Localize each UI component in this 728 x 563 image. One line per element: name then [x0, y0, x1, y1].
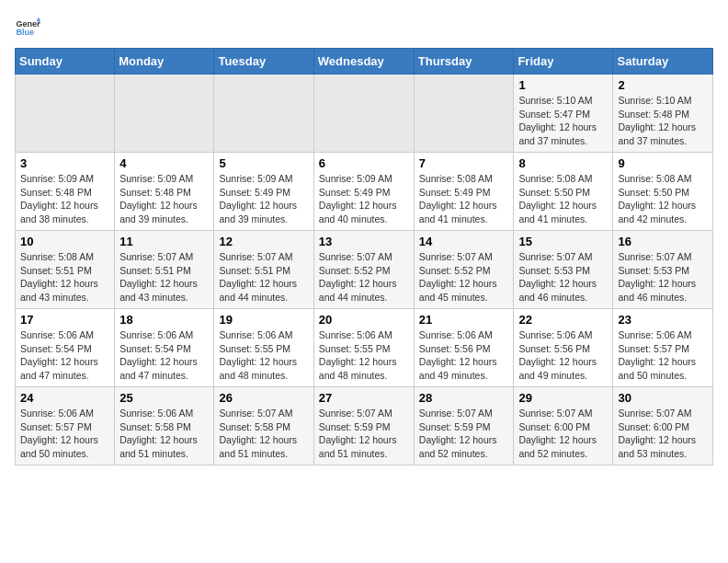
- calendar-cell: 25Sunrise: 5:06 AMSunset: 5:58 PMDayligh…: [115, 387, 214, 465]
- day-number: 24: [20, 391, 109, 405]
- day-info: Sunrise: 5:09 AMSunset: 5:48 PMDaylight:…: [119, 172, 209, 226]
- day-number: 11: [119, 235, 209, 248]
- calendar-cell: 3Sunrise: 5:09 AMSunset: 5:48 PMDaylight…: [16, 153, 115, 231]
- calendar-cell: 6Sunrise: 5:09 AMSunset: 5:49 PMDaylight…: [313, 153, 414, 231]
- calendar-cell: 27Sunrise: 5:07 AMSunset: 5:59 PMDayligh…: [313, 387, 414, 465]
- weekday-header: Sunday: [16, 49, 115, 75]
- calendar-cell: 15Sunrise: 5:07 AMSunset: 5:53 PMDayligh…: [514, 231, 613, 309]
- calendar-cell: 2Sunrise: 5:10 AMSunset: 5:48 PMDaylight…: [613, 75, 713, 153]
- page-header: General Blue: [15, 15, 713, 40]
- weekday-header: Monday: [115, 49, 214, 75]
- day-info: Sunrise: 5:06 AMSunset: 5:54 PMDaylight:…: [20, 328, 109, 383]
- weekday-header: Wednesday: [313, 49, 414, 75]
- day-number: 7: [419, 156, 509, 170]
- day-info: Sunrise: 5:08 AMSunset: 5:50 PMDaylight:…: [518, 172, 608, 226]
- day-info: Sunrise: 5:09 AMSunset: 5:49 PMDaylight:…: [219, 172, 308, 226]
- calendar-cell: 22Sunrise: 5:06 AMSunset: 5:56 PMDayligh…: [514, 309, 613, 387]
- logo: General Blue: [15, 15, 44, 40]
- day-number: 29: [518, 391, 608, 405]
- day-number: 25: [119, 391, 209, 405]
- calendar-week-row: 3Sunrise: 5:09 AMSunset: 5:48 PMDaylight…: [16, 153, 713, 231]
- calendar-cell: 1Sunrise: 5:10 AMSunset: 5:47 PMDaylight…: [514, 75, 613, 153]
- day-info: Sunrise: 5:07 AMSunset: 5:59 PMDaylight:…: [419, 407, 509, 461]
- calendar-cell: 12Sunrise: 5:07 AMSunset: 5:51 PMDayligh…: [214, 231, 313, 309]
- calendar-cell: 26Sunrise: 5:07 AMSunset: 5:58 PMDayligh…: [214, 387, 313, 465]
- day-number: 28: [419, 391, 509, 405]
- day-info: Sunrise: 5:06 AMSunset: 5:56 PMDaylight:…: [518, 328, 608, 383]
- logo-icon: General Blue: [15, 15, 40, 40]
- day-info: Sunrise: 5:08 AMSunset: 5:50 PMDaylight:…: [618, 172, 708, 226]
- calendar-cell: 4Sunrise: 5:09 AMSunset: 5:48 PMDaylight…: [115, 153, 214, 231]
- day-number: 15: [518, 235, 608, 248]
- day-info: Sunrise: 5:06 AMSunset: 5:54 PMDaylight:…: [119, 328, 209, 383]
- day-number: 30: [618, 391, 708, 405]
- calendar-week-row: 24Sunrise: 5:06 AMSunset: 5:57 PMDayligh…: [16, 387, 713, 465]
- day-info: Sunrise: 5:06 AMSunset: 5:55 PMDaylight:…: [319, 328, 409, 383]
- day-number: 20: [319, 313, 409, 327]
- calendar-cell: [313, 75, 414, 153]
- day-info: Sunrise: 5:07 AMSunset: 5:51 PMDaylight:…: [119, 250, 209, 304]
- day-number: 17: [20, 313, 109, 327]
- day-number: 18: [119, 313, 209, 327]
- day-number: 14: [419, 235, 509, 248]
- day-info: Sunrise: 5:07 AMSunset: 5:58 PMDaylight:…: [219, 407, 308, 461]
- day-info: Sunrise: 5:06 AMSunset: 5:58 PMDaylight:…: [119, 407, 209, 461]
- day-info: Sunrise: 5:07 AMSunset: 6:00 PMDaylight:…: [618, 407, 708, 461]
- day-info: Sunrise: 5:10 AMSunset: 5:47 PMDaylight:…: [518, 94, 608, 148]
- calendar-cell: 19Sunrise: 5:06 AMSunset: 5:55 PMDayligh…: [214, 309, 313, 387]
- day-number: 27: [319, 391, 409, 405]
- calendar-cell: 24Sunrise: 5:06 AMSunset: 5:57 PMDayligh…: [16, 387, 115, 465]
- calendar-week-row: 17Sunrise: 5:06 AMSunset: 5:54 PMDayligh…: [16, 309, 713, 387]
- day-info: Sunrise: 5:07 AMSunset: 5:52 PMDaylight:…: [419, 250, 509, 304]
- day-number: 6: [319, 156, 409, 170]
- svg-text:Blue: Blue: [16, 28, 34, 37]
- calendar-cell: 10Sunrise: 5:08 AMSunset: 5:51 PMDayligh…: [16, 231, 115, 309]
- calendar-cell: 16Sunrise: 5:07 AMSunset: 5:53 PMDayligh…: [613, 231, 713, 309]
- calendar-cell: 23Sunrise: 5:06 AMSunset: 5:57 PMDayligh…: [613, 309, 713, 387]
- weekday-header: Thursday: [414, 49, 514, 75]
- day-number: 1: [518, 78, 608, 92]
- svg-text:General: General: [16, 19, 40, 29]
- weekday-header: Saturday: [613, 49, 713, 75]
- day-number: 2: [618, 78, 708, 92]
- day-number: 4: [119, 156, 209, 170]
- calendar-cell: 29Sunrise: 5:07 AMSunset: 6:00 PMDayligh…: [514, 387, 613, 465]
- day-info: Sunrise: 5:06 AMSunset: 5:57 PMDaylight:…: [20, 407, 109, 461]
- calendar-week-row: 10Sunrise: 5:08 AMSunset: 5:51 PMDayligh…: [16, 231, 713, 309]
- weekday-header: Tuesday: [214, 49, 313, 75]
- day-number: 12: [219, 235, 308, 248]
- day-info: Sunrise: 5:09 AMSunset: 5:48 PMDaylight:…: [20, 172, 109, 226]
- calendar-cell: [414, 75, 514, 153]
- day-info: Sunrise: 5:07 AMSunset: 6:00 PMDaylight:…: [518, 407, 608, 461]
- calendar-cell: 9Sunrise: 5:08 AMSunset: 5:50 PMDaylight…: [613, 153, 713, 231]
- calendar-cell: 13Sunrise: 5:07 AMSunset: 5:52 PMDayligh…: [313, 231, 414, 309]
- day-number: 16: [618, 235, 708, 248]
- calendar-cell: 30Sunrise: 5:07 AMSunset: 6:00 PMDayligh…: [613, 387, 713, 465]
- calendar-week-row: 1Sunrise: 5:10 AMSunset: 5:47 PMDaylight…: [16, 75, 713, 153]
- calendar-cell: 17Sunrise: 5:06 AMSunset: 5:54 PMDayligh…: [16, 309, 115, 387]
- day-number: 23: [618, 313, 708, 327]
- day-number: 8: [518, 156, 608, 170]
- calendar-cell: 28Sunrise: 5:07 AMSunset: 5:59 PMDayligh…: [414, 387, 514, 465]
- day-number: 5: [219, 156, 308, 170]
- day-number: 3: [20, 156, 109, 170]
- day-info: Sunrise: 5:06 AMSunset: 5:57 PMDaylight:…: [618, 328, 708, 383]
- calendar-header: SundayMondayTuesdayWednesdayThursdayFrid…: [16, 49, 713, 75]
- calendar-cell: 11Sunrise: 5:07 AMSunset: 5:51 PMDayligh…: [115, 231, 214, 309]
- day-number: 13: [319, 235, 409, 248]
- day-number: 21: [419, 313, 509, 327]
- day-number: 22: [518, 313, 608, 327]
- calendar-cell: [214, 75, 313, 153]
- calendar-cell: 14Sunrise: 5:07 AMSunset: 5:52 PMDayligh…: [414, 231, 514, 309]
- calendar-body: 1Sunrise: 5:10 AMSunset: 5:47 PMDaylight…: [16, 75, 713, 465]
- calendar-cell: [115, 75, 214, 153]
- day-info: Sunrise: 5:08 AMSunset: 5:49 PMDaylight:…: [419, 172, 509, 226]
- calendar-cell: 8Sunrise: 5:08 AMSunset: 5:50 PMDaylight…: [514, 153, 613, 231]
- day-info: Sunrise: 5:10 AMSunset: 5:48 PMDaylight:…: [618, 94, 708, 148]
- calendar-cell: 7Sunrise: 5:08 AMSunset: 5:49 PMDaylight…: [414, 153, 514, 231]
- day-number: 26: [219, 391, 308, 405]
- day-info: Sunrise: 5:08 AMSunset: 5:51 PMDaylight:…: [20, 250, 109, 304]
- day-info: Sunrise: 5:07 AMSunset: 5:59 PMDaylight:…: [319, 407, 409, 461]
- calendar-cell: 20Sunrise: 5:06 AMSunset: 5:55 PMDayligh…: [313, 309, 414, 387]
- day-info: Sunrise: 5:07 AMSunset: 5:52 PMDaylight:…: [319, 250, 409, 304]
